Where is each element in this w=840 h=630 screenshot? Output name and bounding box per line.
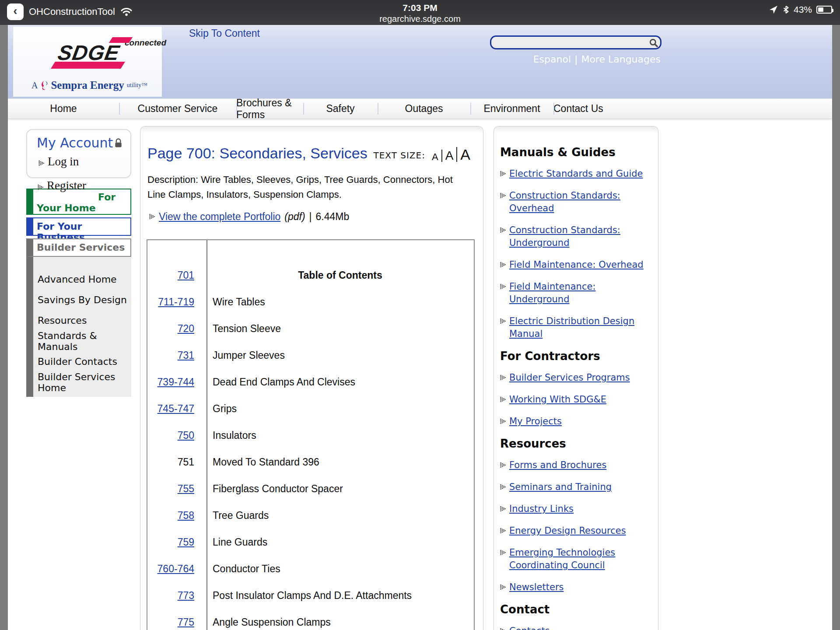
sidebar-link[interactable]: Energy Design Resources: [509, 525, 626, 537]
toc-page-link[interactable]: 731: [147, 350, 206, 361]
toc-row: 775 Angle Suspension Clamps: [147, 609, 474, 630]
more-languages-link[interactable]: More Languages: [581, 54, 661, 65]
dotted-arrow-icon: [500, 227, 506, 234]
text-size-label: TEXT SIZE:: [373, 150, 425, 161]
search-icon: [649, 38, 658, 48]
sdge-logo[interactable]: SDGE connected A Sempra Energy utility™: [13, 27, 162, 97]
dotted-arrow-icon: [500, 628, 506, 630]
toc-page-link[interactable]: 760-764: [147, 563, 206, 575]
search-input[interactable]: [491, 37, 660, 48]
toc-page-link[interactable]: 755: [147, 483, 206, 495]
sidebar-link[interactable]: Field Maintenance: Underground: [509, 280, 651, 306]
my-account-box: My Account Log in: [26, 129, 131, 178]
nav-item[interactable]: Contact Us: [553, 99, 603, 119]
skip-to-content-link[interactable]: Skip To Content: [189, 28, 260, 39]
dotted-arrow-icon: [500, 506, 506, 512]
left-menu-item[interactable]: Builder Services Home: [33, 372, 131, 392]
toc-row: 739-744 Dead End Clamps And Clevises: [147, 369, 474, 396]
toc-page-link[interactable]: 711-719: [147, 296, 206, 308]
for-your-home-nav[interactable]: For Your Home: [26, 189, 131, 215]
sidebar-link[interactable]: Construction Standards: Overhead: [509, 189, 651, 215]
espanol-link[interactable]: Espanol: [533, 54, 571, 65]
left-menu-item[interactable]: Advanced Home: [33, 269, 131, 290]
nav-item[interactable]: Customer Service: [119, 99, 236, 119]
sidebar-link[interactable]: Contacts: [509, 625, 550, 630]
page-description: Description: Wire Tables, Sleeves, Grips…: [140, 162, 482, 202]
sidebar-link[interactable]: Seminars and Training: [509, 481, 612, 494]
sidebar-link[interactable]: Industry Links: [509, 503, 574, 515]
sidebar-link-item: Newsletters: [500, 581, 651, 594]
toc-entry-title: Line Guards: [206, 536, 474, 548]
sidebar-link[interactable]: My Projects: [509, 415, 562, 428]
sidebar-link[interactable]: Electric Distribution Design Manual: [509, 315, 651, 340]
language-separator: |: [574, 54, 578, 65]
nav-item[interactable]: Home: [8, 99, 119, 119]
left-menu-item[interactable]: Savings By Design: [33, 290, 131, 310]
toc-row: 751 Moved To Standard 396: [147, 449, 474, 476]
sidebar-link[interactable]: Emerging Technologies Coordinating Counc…: [509, 546, 651, 572]
dotted-arrow-icon: [149, 214, 155, 220]
left-menu-item[interactable]: Standards & Manuals: [33, 331, 131, 351]
toc-page-link[interactable]: 773: [147, 590, 206, 602]
section-heading: Manuals & Guides: [500, 146, 651, 159]
toc-page-link[interactable]: 750: [147, 430, 206, 441]
sidebar-link-item: Industry Links: [500, 503, 651, 515]
text-size-option[interactable]: A: [456, 147, 473, 162]
address-bar-url[interactable]: regarchive.sdge.com: [0, 14, 840, 24]
left-menu-item[interactable]: Resources: [33, 310, 131, 331]
clock: 7:03 PM: [0, 3, 840, 13]
toc-row: 755 Fiberglass Conductor Spacer: [147, 476, 474, 502]
portfolio-format: (pdf): [284, 211, 305, 223]
toc-entry-title: Wire Tables: [206, 296, 474, 308]
toc-page-link[interactable]: 720: [147, 323, 206, 335]
site-header: SDGE connected A Sempra Energy utility™ …: [8, 25, 832, 98]
dotted-arrow-icon: [500, 484, 506, 490]
nav-item[interactable]: Safety: [303, 99, 378, 119]
toc-entry-title: Dead End Clamps And Clevises: [206, 376, 474, 388]
text-size-option[interactable]: A: [429, 152, 441, 162]
log-in-link[interactable]: Log in: [38, 155, 130, 168]
toc-row: 760-764 Conductor Ties: [147, 556, 474, 582]
nav-item[interactable]: Environment: [470, 99, 553, 119]
toc-page-link[interactable]: 775: [147, 616, 206, 628]
toc-page-link[interactable]: 759: [147, 536, 206, 548]
text-size-option[interactable]: A: [441, 150, 457, 162]
for-your-business-nav[interactable]: For Your Business: [26, 217, 131, 236]
dotted-arrow-icon: [500, 192, 506, 199]
dotted-arrow-icon: [500, 284, 506, 290]
sidebar-link-item: Seminars and Training: [500, 481, 651, 494]
sidebar-link[interactable]: Construction Standards: Underground: [509, 224, 651, 249]
ios-status-bar: ‹ OHConstructionTool 7:03 PM regarchive.…: [0, 0, 840, 25]
my-account-title[interactable]: My Account: [37, 135, 113, 150]
sidebar-link[interactable]: Electric Standards and Guide: [509, 168, 643, 180]
view-portfolio-link[interactable]: View the complete Portfolio: [159, 211, 280, 223]
builder-services-nav[interactable]: Builder Services: [26, 238, 131, 257]
sidebar-link-item: Electric Standards and Guide: [500, 168, 651, 180]
dotted-arrow-icon: [500, 584, 506, 591]
portfolio-row: View the complete Portfolio (pdf) | 6.44…: [140, 202, 483, 223]
left-menu-item[interactable]: Builder Contacts: [33, 351, 131, 372]
sidebar-link-item: My Projects: [500, 415, 651, 428]
web-page: SDGE connected A Sempra Energy utility™ …: [8, 25, 832, 630]
sidebar-link[interactable]: Forms and Brochures: [509, 459, 606, 472]
toc-row: 711-719 Wire Tables: [147, 289, 474, 315]
toc-entry-title: Conductor Ties: [206, 563, 474, 575]
main-navigation: Home Customer Service Brochures & Forms …: [8, 98, 832, 119]
toc-page-link[interactable]: 751: [147, 456, 206, 468]
dotted-arrow-icon: [500, 550, 506, 556]
sidebar-link[interactable]: Working With SDG&E: [509, 393, 606, 406]
toc-page-link[interactable]: 701: [147, 270, 206, 281]
sidebar-link[interactable]: Builder Services Programs: [509, 371, 630, 384]
sidebar-link[interactable]: Newsletters: [509, 581, 564, 594]
dotted-arrow-icon: [38, 184, 43, 191]
register-link[interactable]: Register: [38, 179, 86, 192]
nav-item[interactable]: Outages: [378, 99, 470, 119]
sidebar-link[interactable]: Field Maintenance: Overhead: [509, 259, 644, 271]
nav-item[interactable]: Brochures & Forms: [236, 99, 303, 119]
toc-page-link[interactable]: 739-744: [147, 376, 206, 388]
toc-page-link[interactable]: 758: [147, 510, 206, 522]
toc-page-link[interactable]: 745-747: [147, 403, 206, 415]
search-button[interactable]: [648, 37, 659, 49]
sidebar-link-item: Contacts: [500, 625, 651, 630]
toc-entry-title: Jumper Sleeves: [206, 350, 474, 361]
